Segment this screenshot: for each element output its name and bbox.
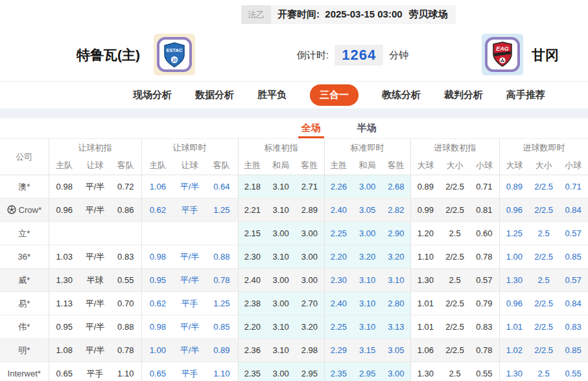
column-subheader: 让球 <box>80 157 110 175</box>
odds-cell: 1.02 <box>499 339 529 362</box>
odds-cell: 3.00 <box>295 222 324 245</box>
odds-cell: 平手 <box>80 362 110 381</box>
table-row: 36*1.03平/半0.830.98平/半0.882.303.103.002.2… <box>0 245 588 269</box>
odds-cell: 1.10 <box>110 362 141 381</box>
column-header-company: 公司 <box>0 139 49 175</box>
odds-cell: 0.78 <box>110 339 141 362</box>
nav-tab-三合一[interactable]: 三合一 <box>310 84 359 106</box>
odds-cell: 1.25 <box>206 199 238 222</box>
odds-cell: 0.86 <box>110 199 141 222</box>
subtab-全场[interactable]: 全场 <box>298 122 324 138</box>
odds-cell: 3.10 <box>266 339 295 362</box>
odds-cell: 1.06 <box>141 175 174 199</box>
odds-cell: 2.36 <box>238 339 266 362</box>
subtab-半场[interactable]: 半场 <box>354 122 380 138</box>
odds-cell: 0.78 <box>469 339 499 362</box>
odds-cell: 平/半 <box>174 245 206 269</box>
odds-table-body: 澳*0.98平/半0.721.06平/半0.642.183.102.712.26… <box>0 175 588 381</box>
column-subheader: 主胜 <box>324 157 353 175</box>
company-cell[interactable]: 立* <box>0 222 49 245</box>
company-cell[interactable]: 澳* <box>0 175 49 199</box>
column-subheader: 和局 <box>266 157 295 175</box>
odds-cell: 3.00 <box>266 269 295 292</box>
nav-tab-数据分析[interactable]: 数据分析 <box>195 89 234 101</box>
column-subheader: 主队 <box>49 157 80 175</box>
odds-cell: 1.00 <box>499 245 529 269</box>
odds-cell: 0.71 <box>558 175 588 199</box>
column-subheader: 大球 <box>499 157 529 175</box>
odds-cell: 3.10 <box>382 269 410 292</box>
odds-cell: 2/2.5 <box>440 175 469 199</box>
nav-tab-现场分析[interactable]: 现场分析 <box>133 89 172 101</box>
column-subheader: 客胜 <box>382 157 410 175</box>
odds-cell: 0.98 <box>141 315 174 339</box>
countdown-value: 1264 <box>335 45 383 66</box>
odds-cell: 0.57 <box>469 269 499 292</box>
odds-cell <box>49 222 80 245</box>
company-cell[interactable]: Interwet* <box>0 362 49 381</box>
nav-tab-高手推荐[interactable]: 高手推荐 <box>506 89 545 101</box>
odds-cell: 2.29 <box>324 339 353 362</box>
company-cell[interactable]: 明* <box>0 339 49 362</box>
odds-cell: 平/半 <box>80 339 110 362</box>
odds-cell: 1.10 <box>206 362 238 381</box>
column-group-header: 进球数即时 <box>499 139 588 157</box>
odds-cell: 0.78 <box>206 269 238 292</box>
odds-cell: 2.30 <box>324 269 353 292</box>
column-subheader: 和局 <box>353 157 382 175</box>
nav-tab-胜平负[interactable]: 胜平负 <box>257 89 287 101</box>
company-cell[interactable]: Crow* <box>0 199 49 222</box>
company-cell[interactable]: 威* <box>0 269 49 292</box>
table-row: Crow*0.96平/半0.860.62平手1.252.213.102.892.… <box>0 199 588 222</box>
odds-cell: 0.98 <box>141 245 174 269</box>
odds-cell: 0.84 <box>558 292 588 315</box>
odds-cell: 0.83 <box>469 315 499 339</box>
odds-cell: 0.99 <box>410 199 440 222</box>
column-subheader: 主胜 <box>238 157 266 175</box>
odds-cell: 0.62 <box>141 292 174 315</box>
odds-cell: 0.89 <box>499 175 529 199</box>
odds-cell: 1.00 <box>141 339 174 362</box>
odds-cell: 平/半 <box>80 199 110 222</box>
odds-cell: 3.20 <box>295 315 324 339</box>
odds-cell: 0.89 <box>410 175 440 199</box>
odds-cell: 2.5 <box>440 222 469 245</box>
odds-cell: 3.00 <box>266 362 295 381</box>
odds-cell: 0.57 <box>558 222 588 245</box>
odds-cell <box>174 222 206 245</box>
company-cell[interactable]: 易* <box>0 292 49 315</box>
odds-cell: 2.18 <box>238 175 266 199</box>
column-subheader: 大小 <box>529 157 558 175</box>
column-subheader: 客胜 <box>295 157 324 175</box>
odds-cell: 0.85 <box>558 245 588 269</box>
nav-tabs: 现场分析数据分析胜平负三合一教练分析裁判分析高手推荐 <box>0 81 588 108</box>
odds-cell: 2.35 <box>324 362 353 381</box>
odds-cell: 2.5 <box>529 269 558 292</box>
countdown: 倒计时: 1264 分钟 <box>297 45 408 66</box>
odds-cell: 2.95 <box>295 362 324 381</box>
odds-cell: 2.90 <box>382 222 410 245</box>
odds-cell: 0.98 <box>49 175 80 199</box>
company-cell[interactable]: 伟* <box>0 315 49 339</box>
odds-cell: 3.00 <box>295 245 324 269</box>
countdown-label: 倒计时: <box>297 49 329 62</box>
odds-cell: 3.00 <box>266 222 295 245</box>
nav-tab-裁判分析[interactable]: 裁判分析 <box>444 89 483 101</box>
odds-cell: 0.95 <box>49 315 80 339</box>
odds-cell: 3.05 <box>353 199 382 222</box>
odds-cell: 3.20 <box>353 245 382 269</box>
odds-cell: 2.40 <box>324 292 353 315</box>
section-divider <box>0 108 588 118</box>
nav-tab-教练分析[interactable]: 教练分析 <box>382 89 421 101</box>
odds-table-head: 公司让球初指让球即时标准初指标准即时进球数初指进球数即时主队让球客队主队让球客队… <box>0 139 588 175</box>
odds-cell: 2.5 <box>440 269 469 292</box>
odds-cell: 3.10 <box>353 315 382 339</box>
match-header: 特鲁瓦(主) ESTAC 10 倒计时: 1264 分钟 EAG 甘冈 <box>0 29 588 81</box>
column-subheader: 主队 <box>141 157 174 175</box>
company-cell[interactable]: 36* <box>0 245 49 269</box>
odds-cell: 2/2.5 <box>440 339 469 362</box>
kickoff-time: 开赛时间: 2025-03-15 03:00 <box>277 8 403 21</box>
table-row: 威*1.30半球0.550.95平/半0.782.403.003.002.303… <box>0 269 588 292</box>
odds-cell: 2.20 <box>324 245 353 269</box>
odds-cell: 2/2.5 <box>529 245 558 269</box>
